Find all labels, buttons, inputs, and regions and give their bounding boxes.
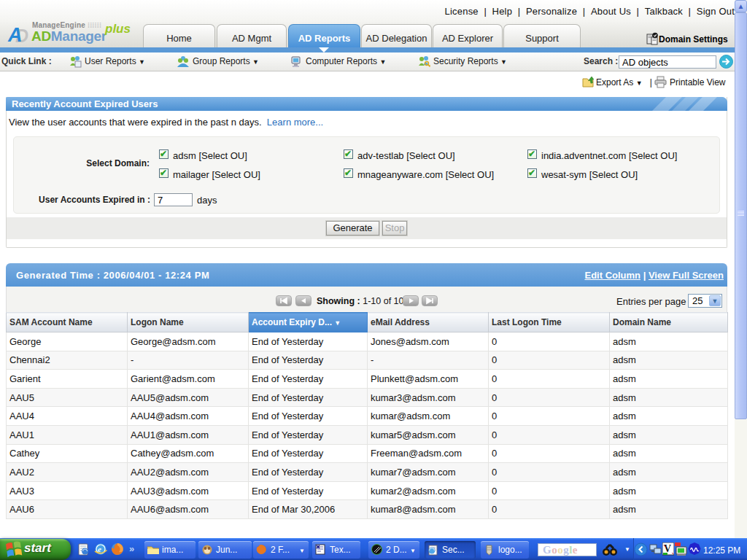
svg-text:e: e xyxy=(98,545,101,553)
svg-text:V: V xyxy=(664,543,671,554)
